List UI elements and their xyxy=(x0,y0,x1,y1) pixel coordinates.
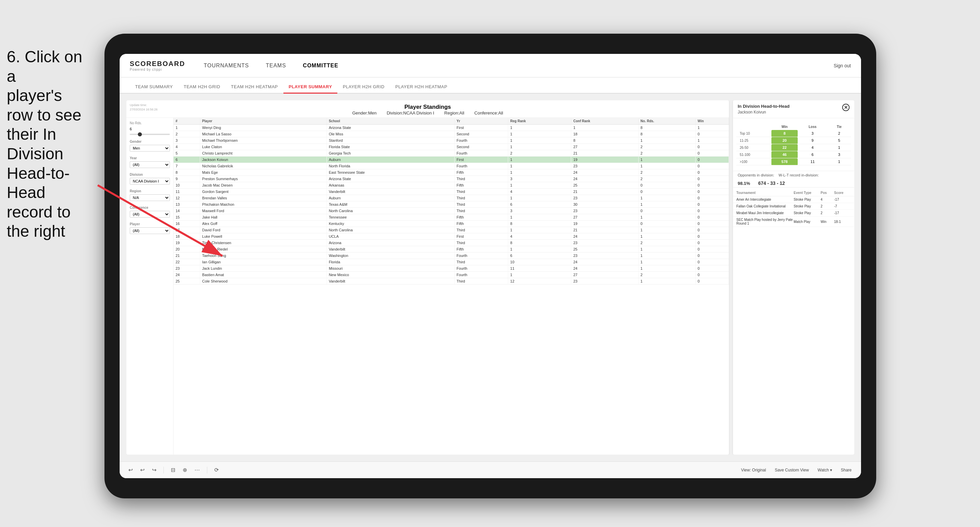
update-info: Update time: 27/03/2024 16:56:26 xyxy=(130,103,158,111)
h2h-row: 51-100 46 6 3 xyxy=(737,151,851,158)
tab-player-h2h-heatmap[interactable]: PLAYER H2H HEATMAP xyxy=(390,81,453,94)
player-select[interactable]: (All) xyxy=(130,227,170,234)
player-standings-table-area: # Player School Yr Reg Rank Conf Rank No… xyxy=(173,118,729,455)
col-reg-rank: Reg Rank xyxy=(508,118,571,125)
refresh-button[interactable]: ⟳ xyxy=(212,465,221,475)
filter-row: Gender:Men Division:NCAA Division I Regi… xyxy=(133,110,722,116)
redo-button[interactable]: ↪ xyxy=(150,465,158,475)
table-row[interactable]: 15 Jake Hall Tennessee Fifth 1 27 1 0 xyxy=(173,214,729,221)
col-tie: Tie xyxy=(827,124,851,130)
watch-button[interactable]: Watch ▾ xyxy=(815,467,835,474)
zoom-out-button[interactable]: ⊟ xyxy=(169,465,177,475)
content-wrapper: Update time: 27/03/2024 16:56:26 Player … xyxy=(126,100,854,455)
col-no-rds: No. Rds. xyxy=(638,118,695,125)
col-win: Win xyxy=(695,118,729,125)
undo2-button[interactable]: ↩ xyxy=(138,465,146,475)
col-conf-rank: Conf Rank xyxy=(571,118,638,125)
table-row[interactable]: 18 Luke Powell UCLA First 4 24 1 0 xyxy=(173,233,729,240)
h2h-table-header: Win Loss Tie xyxy=(737,124,851,130)
table-header-row: # Player School Yr Reg Rank Conf Rank No… xyxy=(173,118,729,125)
dashboard-top: Update time: 27/03/2024 16:56:26 Player … xyxy=(126,100,729,118)
tournament-row: Mirabel Maui Jim Intercollegiate Stroke … xyxy=(733,210,854,216)
filter-division: Division:NCAA Division I xyxy=(387,110,434,116)
table-row[interactable]: 19 Tiger Christensen Arizona Third 8 23 … xyxy=(173,240,729,246)
region-select[interactable]: N/A xyxy=(130,194,170,201)
share-button[interactable]: Share xyxy=(838,467,854,474)
tab-team-h2h-grid[interactable]: TEAM H2H GRID xyxy=(178,81,226,94)
division-select[interactable]: NCAA Division I xyxy=(130,178,170,184)
opponents-section: Opponents in division: W-L-T record in-d… xyxy=(733,171,854,179)
header-right: Sign out xyxy=(834,63,851,68)
undo-button[interactable]: ↩ xyxy=(126,465,135,475)
h2h-table-area: Win Loss Tie Top 10 8 3 2 11-25 20 9 5 xyxy=(733,118,854,171)
dashboard-title: Player Standings xyxy=(133,104,722,110)
more-button[interactable]: ⋯ xyxy=(192,465,202,475)
h2h-close-button[interactable]: ✕ xyxy=(842,104,850,111)
bottom-toolbar: ↩ ↩ ↪ ⊟ ⊕ ⋯ ⟳ View: Original Save Custom… xyxy=(119,461,861,478)
table-row[interactable]: 2 Michael La Sasso Ole Miss Second 1 18 … xyxy=(173,131,729,137)
col-rank xyxy=(737,124,772,130)
gender-filter: Gender Men xyxy=(130,140,170,152)
nav-teams[interactable]: TEAMS xyxy=(264,63,288,69)
sign-out-button[interactable]: Sign out xyxy=(834,63,851,68)
table-row[interactable]: 20 Matthew Riedel Vanderbilt Fifth 1 25 … xyxy=(173,246,729,252)
table-row[interactable]: 22 Ian Gilligan Florida Third 10 24 1 0 xyxy=(173,259,729,265)
table-row[interactable]: 16 Alex Goff Kentucky Fifth 8 19 0 0 xyxy=(173,221,729,227)
gender-select[interactable]: Men xyxy=(130,145,170,152)
table-row[interactable]: 17 David Ford North Carolina Third 1 21 … xyxy=(173,227,729,233)
logo-title: SCOREBOARD xyxy=(130,60,185,68)
save-custom-button[interactable]: Save Custom View xyxy=(772,467,811,474)
toolbar-right: View: Original Save Custom View Watch ▾ … xyxy=(738,467,854,474)
tab-player-summary[interactable]: PLAYER SUMMARY xyxy=(283,81,338,94)
zoom-in-button[interactable]: ⊕ xyxy=(181,465,189,475)
h2h-row: 11-25 20 9 5 xyxy=(737,137,851,144)
tab-player-h2h-grid[interactable]: PLAYER H2H GRID xyxy=(337,81,390,94)
h2h-row: >100 578 11 1 xyxy=(737,158,851,165)
table-row[interactable]: 23 Jack Lundin Missouri Fourth 11 24 1 0 xyxy=(173,265,729,272)
year-filter: Year (All) xyxy=(130,156,170,168)
col-school: School xyxy=(326,118,454,125)
col-player: Player xyxy=(200,118,326,125)
table-row[interactable]: 5 Christo Lamprecht Georgia Tech Fourth … xyxy=(173,150,729,157)
col-yr: Yr xyxy=(454,118,508,125)
table-row[interactable]: 8 Mats Ege East Tennessee State Fifth 1 … xyxy=(173,169,729,176)
table-row[interactable]: 3 Michael Thorbjornsen Stanford Fourth 1… xyxy=(173,137,729,144)
table-row[interactable]: 6 Jackson Koivun Auburn First 1 19 1 0 xyxy=(173,157,729,163)
tab-team-summary[interactable]: TEAM SUMMARY xyxy=(130,81,178,94)
filters-sidebar: No Rds. 6 Gender Men Ye xyxy=(126,118,173,455)
player-standings-table: # Player School Yr Reg Rank Conf Rank No… xyxy=(173,118,729,284)
table-row[interactable]: 11 Gordon Sargent Vanderbilt Third 4 21 … xyxy=(173,189,729,195)
tournaments-section: Tournament Event Type Pos Score Amer Ari… xyxy=(733,187,854,455)
table-row[interactable]: 13 Phichaksn Maichon Texas A&M Third 6 3… xyxy=(173,202,729,208)
table-row[interactable]: 9 Preston Summerhays Arizona State Third… xyxy=(173,176,729,182)
tab-team-h2h-heatmap[interactable]: TEAM H2H HEATMAP xyxy=(226,81,283,94)
table-row[interactable]: 14 Maxwell Ford North Carolina Third 3 2… xyxy=(173,208,729,214)
col-win: Win xyxy=(772,124,798,130)
table-row[interactable]: 4 Luke Claton Florida State Second 1 27 … xyxy=(173,144,729,150)
instruction-text: 6. Click on a player's row to see their … xyxy=(0,40,98,248)
region-filter: Region N/A xyxy=(130,189,170,201)
nav-tournaments[interactable]: TOURNAMENTS xyxy=(202,63,250,69)
h2h-title: In Division Head-to-Head xyxy=(738,104,790,109)
tournament-row: Fallan Oak Collegiate Invitational Strok… xyxy=(733,203,854,210)
nav-committee[interactable]: COMMITTEE xyxy=(301,63,340,69)
table-row[interactable]: 12 Brendan Valles Auburn Third 1 23 1 0 xyxy=(173,195,729,202)
tablet-screen: SCOREBOARD Powered by clippi TOURNAMENTS… xyxy=(119,54,861,478)
table-row[interactable]: 10 Jacob Mac Diesen Arkansas Fifth 1 25 … xyxy=(173,182,729,189)
h2h-row: Top 10 8 3 2 xyxy=(737,130,851,137)
tablet-device: SCOREBOARD Powered by clippi TOURNAMENTS… xyxy=(105,34,876,498)
col-num: # xyxy=(173,118,200,125)
year-select[interactable]: (All) xyxy=(130,161,170,168)
tournament-list: Amer Ari Intercollegiate Stroke Play 4 -… xyxy=(733,196,854,227)
view-original-button[interactable]: View: Original xyxy=(738,467,769,474)
table-row[interactable]: 25 Cole Sherwood Vanderbilt Third 12 23 … xyxy=(173,278,729,284)
conference-select[interactable]: (All) xyxy=(130,211,170,217)
table-row[interactable]: 24 Bastien Amat New Mexico Fourth 1 27 2… xyxy=(173,272,729,278)
table-row[interactable]: 21 Taehoon Song Washington Fourth 6 23 1… xyxy=(173,252,729,259)
filter-conference: Conference:All xyxy=(474,110,503,116)
table-row[interactable]: 1 Wenyi Ding Arizona State First 1 1 8 1 xyxy=(173,125,729,131)
main-content: Update time: 27/03/2024 16:56:26 Player … xyxy=(119,94,861,461)
table-row[interactable]: 7 Nicholas Gabrelcik North Florida Fourt… xyxy=(173,163,729,169)
h2h-row: 26-50 22 4 1 xyxy=(737,144,851,151)
wl-record: 98.1% 674 - 33 - 12 xyxy=(733,179,854,187)
